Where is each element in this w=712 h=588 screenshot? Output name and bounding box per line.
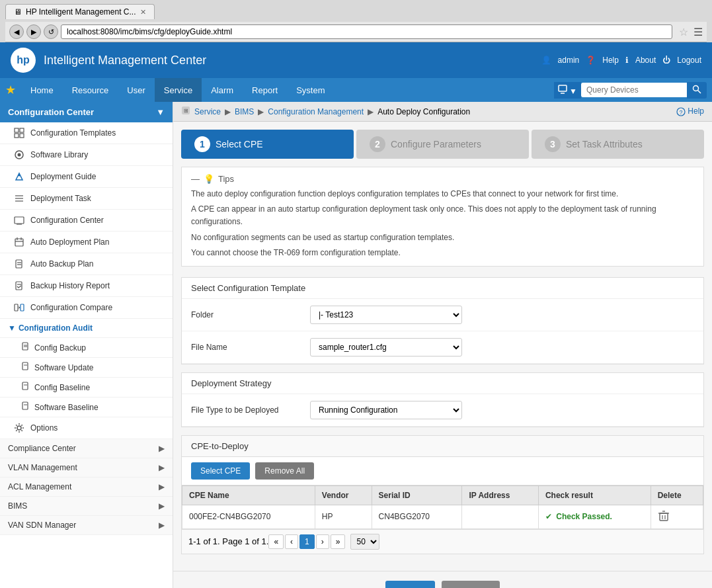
bookmark-icon[interactable]: ☆ xyxy=(679,26,688,38)
sidebar-item-deployment-task[interactable]: Deployment Task xyxy=(0,188,173,210)
sidebar-item-config-templates[interactable]: Configuration Templates xyxy=(0,122,173,144)
sidebar-label-auto-deployment-plan: Auto Deployment Plan xyxy=(30,237,109,247)
select-template-section: Select Configuration Template Folder |- … xyxy=(181,277,704,364)
page-current-btn[interactable]: 1 xyxy=(299,534,315,549)
sidebar-sub-config-backup[interactable]: Config Backup xyxy=(0,338,173,358)
sidebar-collapse-btn[interactable]: ▼ xyxy=(156,107,165,117)
search-input[interactable] xyxy=(581,83,687,97)
remove-all-button[interactable]: Remove All xyxy=(255,462,314,480)
file-type-select[interactable]: Running Configuration Startup Configurat… xyxy=(310,401,462,419)
auto-backup-plan-icon xyxy=(13,258,25,270)
col-vendor: Vendor xyxy=(315,485,372,505)
browser-tab[interactable]: 🖥 HP Intelligent Management C... ✕ xyxy=(5,4,155,19)
delete-row-button[interactable] xyxy=(658,510,670,524)
check-result-cell: ✔ Check Passed. xyxy=(538,505,651,528)
filename-select[interactable]: sample_router1.cfg xyxy=(310,338,462,357)
page-first-btn[interactable]: « xyxy=(268,534,284,549)
folder-select[interactable]: |- Test123 xyxy=(310,306,462,324)
browser-menu-icon[interactable]: ☰ xyxy=(693,26,703,38)
power-icon: ⏻ xyxy=(662,56,670,65)
sidebar-item-software-library[interactable]: Software Library xyxy=(0,144,173,166)
select-cpe-button[interactable]: Select CPE xyxy=(191,462,250,480)
tips-content: The auto deploy configuration function d… xyxy=(191,188,694,259)
favorites-icon[interactable]: ★ xyxy=(5,83,16,97)
sidebar-item-auto-backup-plan[interactable]: Auto Backup Plan xyxy=(0,253,173,275)
page-next-btn[interactable]: › xyxy=(316,534,329,549)
breadcrumb-sep2: ▶ xyxy=(258,107,264,116)
sidebar-expandable-vlan-management[interactable]: VLAN Management ▶ xyxy=(0,458,173,478)
svg-rect-15 xyxy=(15,217,24,224)
svg-rect-5 xyxy=(20,128,24,132)
svg-rect-33 xyxy=(22,382,28,390)
user-link[interactable]: admin xyxy=(558,56,580,65)
svg-rect-21 xyxy=(16,260,22,268)
table-row: 000FE2-CN4BGG2070 HP CN4BGG2070 ✔ Check … xyxy=(182,505,703,528)
sidebar-item-configuration-center[interactable]: Configuration Center xyxy=(0,210,173,231)
user-icon: 👤 xyxy=(541,56,551,65)
sidebar-expandable-compliance-center[interactable]: Compliance Center ▶ xyxy=(0,439,173,458)
col-serial-id: Serial ID xyxy=(372,485,462,505)
forward-button[interactable]: ▶ xyxy=(26,24,41,39)
col-delete: Delete xyxy=(651,485,703,505)
nav-home[interactable]: Home xyxy=(21,78,63,102)
svg-rect-6 xyxy=(15,134,19,138)
wizard-step2[interactable]: 2 Configure Parameters xyxy=(356,130,529,159)
breadcrumb-help[interactable]: ? Help xyxy=(676,106,704,116)
breadcrumb-sep3: ▶ xyxy=(368,107,374,116)
page-last-btn[interactable]: » xyxy=(331,534,346,549)
sidebar-sub-software-update[interactable]: Software Update xyxy=(0,358,173,378)
compliance-center-expand-icon: ▶ xyxy=(159,444,165,453)
vlan-management-expand-icon: ▶ xyxy=(159,463,165,472)
sidebar-item-options[interactable]: Options xyxy=(0,417,173,439)
nav-system[interactable]: System xyxy=(287,78,334,102)
breadcrumb-config-mgmt[interactable]: Configuration Management xyxy=(268,107,364,116)
address-bar[interactable] xyxy=(61,24,672,39)
sidebar-label-software-library: Software Library xyxy=(30,150,88,159)
tab-favicon: 🖥 xyxy=(14,7,22,17)
step3-label: Set Task Attributes xyxy=(566,139,643,149)
next-button[interactable]: Next xyxy=(385,581,435,588)
sidebar-expandable-bims[interactable]: BIMS ▶ xyxy=(0,497,173,516)
nav-alarm[interactable]: Alarm xyxy=(202,78,243,102)
cpe-title: CPE-to-Deploy xyxy=(191,441,249,451)
tab-close-btn[interactable]: ✕ xyxy=(140,8,146,17)
sidebar-item-backup-history-report[interactable]: Backup History Report xyxy=(0,275,173,297)
sidebar-expandable-acl-management[interactable]: ACL Management ▶ xyxy=(0,478,173,497)
sidebar-sub-config-baseline[interactable]: Config Baseline xyxy=(0,378,173,398)
bottom-actions: Next Cancel xyxy=(173,571,712,588)
about-link[interactable]: About xyxy=(635,56,656,65)
page-prev-btn[interactable]: ‹ xyxy=(285,534,298,549)
breadcrumb-bims[interactable]: BIMS xyxy=(235,107,254,116)
search-dropdown-btn[interactable]: ▼ xyxy=(554,82,581,99)
cancel-button[interactable]: Cancel xyxy=(442,581,500,588)
breadcrumb-service[interactable]: Service xyxy=(194,107,221,116)
refresh-button[interactable]: ↺ xyxy=(44,24,58,39)
back-button[interactable]: ◀ xyxy=(9,24,24,39)
sidebar-section-config-audit[interactable]: ▼ Configuration Audit xyxy=(0,319,173,338)
logout-link[interactable]: Logout xyxy=(677,56,701,65)
help-link[interactable]: Help xyxy=(602,56,619,65)
sidebar-sub-software-baseline[interactable]: Software Baseline xyxy=(0,398,173,417)
wizard-step3[interactable]: 3 Set Task Attributes xyxy=(532,130,704,159)
sidebar-item-configuration-compare[interactable]: Configuration Compare xyxy=(0,297,173,319)
sidebar-item-auto-deployment-plan[interactable]: Auto Deployment Plan xyxy=(0,231,173,253)
nav-resource[interactable]: Resource xyxy=(63,78,118,102)
sidebar-item-deployment-guide[interactable]: Deployment Guide xyxy=(0,166,173,188)
search-button[interactable] xyxy=(687,82,707,99)
cpe-buttons: Select CPE Remove All xyxy=(182,457,703,485)
nav-user[interactable]: User xyxy=(118,78,154,102)
svg-text:⊞: ⊞ xyxy=(184,108,188,114)
collapse-icon[interactable]: — xyxy=(191,174,200,184)
page-size-select[interactable]: 50 xyxy=(350,534,379,550)
nav-service[interactable]: Service xyxy=(155,78,202,102)
wizard-steps: 1 Select CPE 2 Configure Parameters 3 Se… xyxy=(181,130,704,159)
breadcrumb-sep1: ▶ xyxy=(225,107,231,116)
wizard-step1[interactable]: 1 Select CPE xyxy=(181,130,354,159)
nav-report[interactable]: Report xyxy=(243,78,287,102)
tips-header: — 💡 Tips xyxy=(191,174,694,184)
sidebar-expandable-van-sdn-manager[interactable]: VAN SDN Manager ▶ xyxy=(0,516,173,535)
check-passed-icon: ✔ xyxy=(545,512,552,521)
page-info: 1-1 of 1. Page 1 of 1. xyxy=(188,536,268,546)
config-backup-label: Config Backup xyxy=(34,343,86,353)
auto-deployment-plan-icon xyxy=(13,236,25,248)
